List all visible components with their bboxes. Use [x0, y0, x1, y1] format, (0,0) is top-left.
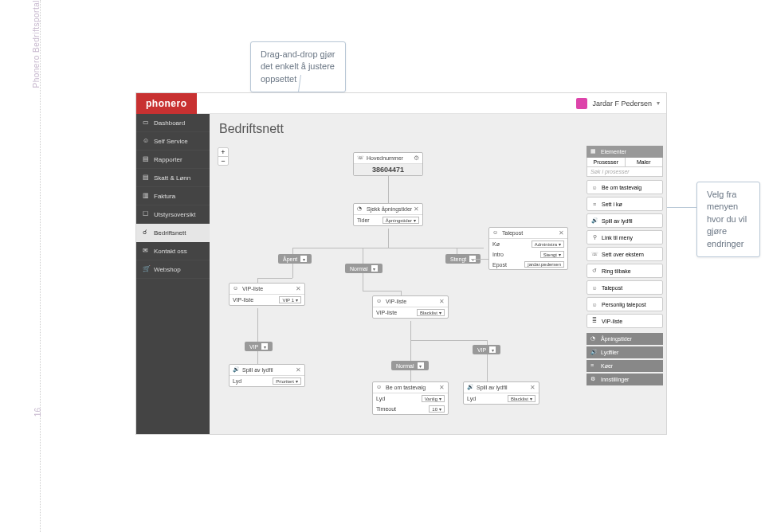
- palette-item-vip-liste[interactable]: ≣VIP-liste: [586, 314, 663, 328]
- select-ko[interactable]: Administra▾: [532, 241, 564, 248]
- palette-label: Link til meny: [602, 235, 633, 241]
- field-label: VIP-liste: [233, 297, 253, 303]
- branch-vip[interactable]: VIP▾: [245, 342, 273, 351]
- chevron-down-icon: ▾: [371, 265, 378, 272]
- foot-apningstider[interactable]: ◔Åpningstider: [586, 333, 663, 345]
- panel-search[interactable]: Søk i prosesser: [586, 167, 663, 177]
- page-title: Bedriftsnett: [210, 114, 666, 144]
- close-icon[interactable]: ✕: [296, 285, 301, 292]
- flow-canvas[interactable]: + − ▦Elementer Prosesser Maler Søk i pro…: [210, 143, 666, 434]
- palette-item-sett-over-ekstern[interactable]: ☏Sett over ekstern: [586, 247, 663, 261]
- palette-item-personlig-talepost[interactable]: ☺Personlig talepost: [586, 297, 663, 311]
- voicemail-icon: ☺: [590, 300, 598, 308]
- zoom-in-button[interactable]: +: [218, 148, 228, 157]
- sidebar-item-faktura[interactable]: ▥Faktura: [136, 187, 210, 205]
- palette-item-talepost[interactable]: ☺Talepost: [586, 280, 663, 295]
- select-tider[interactable]: Åpningstider▾: [382, 217, 419, 224]
- sidebar-item-bedriftsnett[interactable]: ☌Bedriftsnett: [136, 224, 210, 242]
- zoom-out-button[interactable]: −: [218, 157, 228, 165]
- node-title: Talepost: [502, 230, 523, 236]
- palette-item-spill-av-lydfil[interactable]: 🔊Spill av lydfil: [586, 213, 663, 228]
- voicemail-icon: ☺: [590, 284, 598, 291]
- node-title: Sjekk åpningstider: [367, 206, 412, 212]
- node-spill-av-lydfil-1[interactable]: 🔊Spill av lydfil✕ LydPrioritert▾: [229, 364, 305, 387]
- select-intro[interactable]: Stengt▾: [540, 251, 564, 258]
- field-label: Timeout: [376, 406, 396, 412]
- cart-icon: 🛒: [143, 265, 151, 273]
- foot-label: Køer: [601, 363, 613, 369]
- branch-normal-2[interactable]: Normal▾: [391, 361, 429, 370]
- node-vip-liste-1[interactable]: ☺VIP-liste✕ VIP-listeVIP 1▾: [229, 283, 305, 306]
- content: Bedriftsnett + − ▦Elementer Prosesser Ma…: [210, 114, 666, 434]
- node-title: VIP-liste: [242, 286, 263, 291]
- palette-label: Ring tilbake: [602, 268, 631, 274]
- sidebar-item-selfservice[interactable]: ☺Self Service: [136, 132, 210, 151]
- palette-label: Sett i kø: [602, 201, 622, 207]
- user-icon: ☺: [590, 183, 598, 191]
- tab-maler[interactable]: Maler: [626, 158, 663, 166]
- node-title: Spill av lydfil: [477, 385, 508, 390]
- phone-icon: ☏: [357, 155, 364, 162]
- callback-icon: ↺: [590, 267, 598, 275]
- cube-icon: ▦: [590, 148, 598, 155]
- palette-item-link-til-meny[interactable]: ⚲Link til meny: [586, 230, 663, 244]
- foot-koer[interactable]: ≡Køer: [586, 360, 663, 372]
- sidebar-item-rapporter[interactable]: ▤Rapporter: [136, 151, 210, 169]
- close-icon[interactable]: ✕: [530, 384, 536, 391]
- palette-label: VIP-liste: [602, 319, 622, 324]
- field-label: Epost: [492, 262, 507, 268]
- close-icon[interactable]: ✕: [296, 366, 301, 374]
- palette-item-sett-i-ko[interactable]: ≡Sett i kø: [586, 197, 663, 211]
- node-spill-av-lydfil-2[interactable]: 🔊Spill av lydfil✕ LydBlacklist▾: [463, 381, 539, 405]
- node-be-om-tastevalg[interactable]: ☺Be om tastevalg✕ LydVanlig▾ Timeout10▾: [372, 381, 449, 415]
- sidebar-item-kontakt[interactable]: ✉Kontakt oss: [136, 242, 210, 260]
- branch-apent[interactable]: Åpent▾: [278, 254, 312, 264]
- input-epost[interactable]: jardar.pedersen: [524, 261, 564, 268]
- clock-icon: ◔: [357, 205, 364, 213]
- chevron-down-icon: ▾: [657, 100, 660, 107]
- select-timeout[interactable]: 10▾: [429, 405, 445, 413]
- gear-icon: ⚙: [590, 376, 598, 383]
- select-lyd[interactable]: Prioritert▾: [273, 377, 301, 385]
- sidebar-item-utstyr[interactable]: ☐Utstyrsoversikt: [136, 205, 210, 224]
- link-icon: ⚲: [590, 233, 598, 241]
- sidebar-item-dashboard[interactable]: ▭Dashboard: [136, 114, 210, 132]
- monitor-icon: ▭: [143, 119, 151, 127]
- node-number: 38604471: [354, 164, 422, 175]
- sidebar-item-label: Dashboard: [154, 119, 185, 127]
- select-lyd3[interactable]: Blacklist▾: [508, 395, 536, 402]
- topbar: phonero Jardar F Pedersen ▾: [136, 93, 666, 114]
- palette-item-be-om-tastevalg[interactable]: ☺Be om tastevalg: [586, 180, 663, 194]
- close-icon[interactable]: ✕: [559, 229, 564, 237]
- sidebar-item-label: Utstyrsoversikt: [154, 211, 195, 218]
- chevron-down-icon: ▾: [261, 343, 268, 350]
- branch-vip-2[interactable]: VIP▾: [473, 345, 500, 354]
- field-label: Tider: [357, 217, 370, 223]
- palette-item-ring-tilbake[interactable]: ↺Ring tilbake: [586, 264, 663, 278]
- logo[interactable]: phonero: [136, 93, 197, 114]
- sidebar-item-webshop[interactable]: 🛒Webshop: [136, 260, 210, 279]
- node-title: Hovednummer: [367, 155, 403, 161]
- select-vipliste2[interactable]: Blacklist▾: [417, 309, 445, 316]
- node-talepost[interactable]: ☺Talepost✕ KøAdministra▾ IntroStengt▾ Ep…: [488, 227, 568, 270]
- close-icon[interactable]: ✕: [414, 205, 419, 213]
- node-hovednummer[interactable]: ☏Hovednummer⚙ 38604471: [353, 152, 423, 176]
- foot-lydfiler[interactable]: 🔊Lydfiler: [586, 346, 663, 358]
- node-vip-liste-2[interactable]: ☺VIP-liste✕ VIP-listeBlacklist▾: [372, 295, 449, 319]
- side-label: Phonero Bedriftsportal: [32, 0, 41, 88]
- sidebar-item-skatt[interactable]: ▤Skatt & Lønn: [136, 169, 210, 187]
- pill-label: Normal: [396, 363, 414, 369]
- node-title: Be om tastevalg: [386, 385, 426, 390]
- pill-label: VIP: [249, 344, 258, 350]
- select-lyd2[interactable]: Vanlig▾: [422, 395, 445, 402]
- node-sjekk-apningstider[interactable]: ◔Sjekk åpningstider✕ TiderÅpningstider▾: [353, 203, 423, 226]
- sidebar-item-label: Webshop: [154, 266, 181, 273]
- select-vipliste[interactable]: VIP 1▾: [279, 296, 301, 303]
- tab-prosesser[interactable]: Prosesser: [587, 158, 626, 166]
- branch-normal[interactable]: Normal▾: [345, 264, 382, 273]
- user-menu[interactable]: Jardar F Pedersen ▾: [576, 98, 666, 109]
- gear-icon[interactable]: ⚙: [414, 155, 419, 162]
- close-icon[interactable]: ✕: [439, 384, 445, 391]
- close-icon[interactable]: ✕: [439, 298, 445, 305]
- foot-innstillinger[interactable]: ⚙Innstillinger: [586, 374, 663, 385]
